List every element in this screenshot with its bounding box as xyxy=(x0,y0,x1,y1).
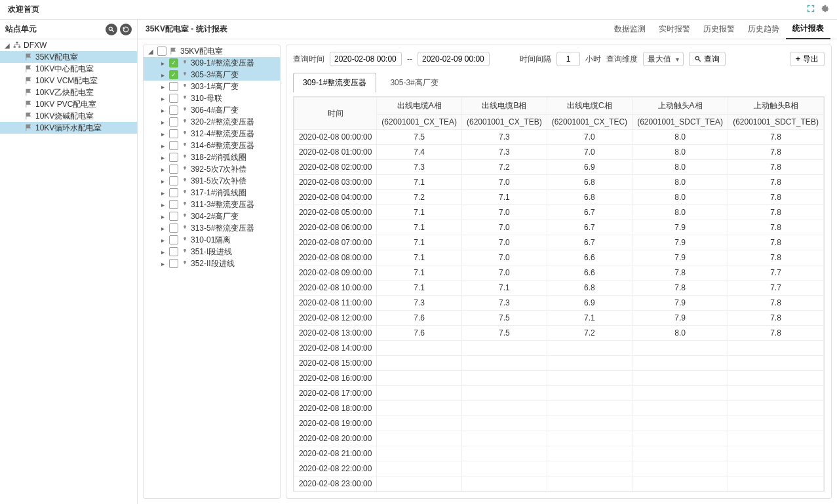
nav-tab[interactable]: 统计报表 xyxy=(786,20,830,39)
device-tree: ◢ 35KV配电室 ▸309-1#整流变压器▸305-3#高厂变▸303-1#高… xyxy=(143,45,281,499)
collapse-icon[interactable]: ◢ xyxy=(146,48,155,55)
checkbox[interactable] xyxy=(169,188,178,197)
expand-icon[interactable]: ▸ xyxy=(158,213,167,220)
expand-icon[interactable]: ▸ xyxy=(158,95,167,102)
nav-tab[interactable]: 实时报警 xyxy=(652,20,697,39)
sidebar-item[interactable]: 10KV VCM配电室 xyxy=(0,75,137,87)
sidebar-item[interactable]: 10KV烧碱配电室 xyxy=(0,110,137,122)
device-item[interactable]: ▸314-6#整流变压器 xyxy=(144,140,280,151)
device-item[interactable]: ▸311-3#整流变压器 xyxy=(144,199,280,210)
checkbox[interactable] xyxy=(169,247,178,256)
checkbox[interactable] xyxy=(169,141,178,150)
cell-value: 7.0 xyxy=(547,130,632,145)
start-time-input[interactable] xyxy=(330,52,402,66)
device-item[interactable]: ▸310-01隔离 xyxy=(144,234,280,246)
flag-icon xyxy=(24,112,34,120)
device-tree-root[interactable]: ◢ 35KV配电室 xyxy=(144,45,280,57)
device-item[interactable]: ▸351-I段进线 xyxy=(144,246,280,258)
sidebar-item[interactable]: 10KV循环水配电室 xyxy=(0,122,137,134)
flag-icon xyxy=(24,65,34,73)
checkbox[interactable] xyxy=(169,176,178,185)
cell-value xyxy=(462,386,547,401)
nav-tab[interactable]: 历史报警 xyxy=(697,20,741,39)
fullscreen-icon[interactable] xyxy=(807,5,815,14)
expand-icon[interactable]: ▸ xyxy=(158,260,167,267)
export-button[interactable]: + 导出 xyxy=(790,52,825,66)
sidebar-item-label: 35KV配电室 xyxy=(35,52,78,63)
sidebar-item[interactable]: 10KV中心配电室 xyxy=(0,63,137,75)
expand-icon[interactable]: ▸ xyxy=(158,83,167,90)
query-button[interactable]: 查询 xyxy=(689,52,726,66)
flag-icon xyxy=(24,53,34,61)
sub-tab[interactable]: 309-1#整流变压器 xyxy=(293,73,376,92)
cell-value xyxy=(728,431,824,446)
cell-value: 7.3 xyxy=(377,296,462,311)
device-item[interactable]: ▸317-1#消弧线圈 xyxy=(144,187,280,199)
table-row: 2020-02-08 21:00:00 xyxy=(294,446,824,461)
expand-icon[interactable]: ▸ xyxy=(158,166,167,173)
checkbox[interactable] xyxy=(169,200,178,209)
cell-time: 2020-02-08 05:00:00 xyxy=(294,205,377,220)
device-item[interactable]: ▸306-4#高厂变 xyxy=(144,104,280,116)
expand-icon[interactable]: ▸ xyxy=(158,248,167,256)
device-item[interactable]: ▸309-1#整流变压器 xyxy=(144,57,280,69)
search-icon[interactable] xyxy=(106,24,117,35)
device-item[interactable]: ▸312-4#整流变压器 xyxy=(144,128,280,140)
gear-icon[interactable] xyxy=(821,5,829,14)
nav-tab[interactable]: 数据监测 xyxy=(608,20,652,39)
tree-root[interactable]: ◢ DFXW xyxy=(0,39,137,51)
sidebar-item[interactable]: 10KV乙炔配电室 xyxy=(0,87,137,98)
expand-icon[interactable]: ▸ xyxy=(158,178,167,185)
checkbox[interactable] xyxy=(169,259,178,268)
flag-icon xyxy=(24,124,34,132)
expand-icon[interactable]: ▸ xyxy=(158,225,167,232)
expand-icon[interactable]: ▸ xyxy=(158,201,167,208)
checkbox[interactable] xyxy=(169,153,178,162)
sidebar-item[interactable]: 10KV PVC配电室 xyxy=(0,98,137,110)
checkbox[interactable] xyxy=(169,117,178,126)
checkbox[interactable] xyxy=(169,58,178,68)
device-item[interactable]: ▸313-5#整流变压器 xyxy=(144,222,280,234)
checkbox[interactable] xyxy=(169,165,178,174)
nav-tab[interactable]: 历史趋势 xyxy=(741,20,786,39)
device-item[interactable]: ▸304-2#高厂变 xyxy=(144,210,280,222)
expand-icon[interactable]: ▸ xyxy=(158,154,167,161)
checkbox[interactable] xyxy=(169,223,178,233)
cell-value xyxy=(728,356,824,371)
expand-icon[interactable]: ▸ xyxy=(158,119,167,126)
checkbox[interactable] xyxy=(169,235,178,244)
expand-icon[interactable]: ▸ xyxy=(158,237,167,244)
collapse-icon[interactable]: ◢ xyxy=(3,42,12,49)
device-item[interactable]: ▸392-5次7次补偿 xyxy=(144,163,280,175)
device-item[interactable]: ▸320-2#整流变压器 xyxy=(144,116,280,128)
sidebar-item[interactable]: 35KV配电室 xyxy=(0,51,137,63)
device-item[interactable]: ▸391-5次7次补偿 xyxy=(144,175,280,187)
checkbox[interactable] xyxy=(169,70,178,79)
sub-tab[interactable]: 305-3#高厂变 xyxy=(380,73,448,92)
table-row: 2020-02-08 19:00:00 xyxy=(294,416,824,431)
device-item[interactable]: ▸318-2#消弧线圈 xyxy=(144,151,280,163)
checkbox[interactable] xyxy=(169,94,178,103)
device-item[interactable]: ▸305-3#高厂变 xyxy=(144,69,280,81)
end-time-input[interactable] xyxy=(418,52,490,66)
cell-value: 7.8 xyxy=(728,250,824,265)
device-item[interactable]: ▸352-II段进线 xyxy=(144,258,280,269)
cell-value xyxy=(633,401,728,416)
checkbox[interactable] xyxy=(169,129,178,138)
interval-input[interactable] xyxy=(556,52,580,66)
checkbox[interactable] xyxy=(169,82,178,91)
expand-icon[interactable]: ▸ xyxy=(158,60,167,67)
expand-icon[interactable]: ▸ xyxy=(158,142,167,149)
checkbox[interactable] xyxy=(169,106,178,115)
expand-icon[interactable]: ▸ xyxy=(158,130,167,138)
refresh-icon[interactable] xyxy=(120,24,132,35)
device-item[interactable]: ▸310-母联 xyxy=(144,92,280,104)
dim-select[interactable]: 最大值 xyxy=(643,52,684,66)
expand-icon[interactable]: ▸ xyxy=(158,71,167,79)
checkbox[interactable] xyxy=(157,47,166,56)
device-item[interactable]: ▸303-1#高厂变 xyxy=(144,81,280,92)
checkbox[interactable] xyxy=(169,212,178,221)
data-table-wrap[interactable]: 时间出线电缆A相出线电缆B相出线电缆C相上动触头A相上动触头B相(6200100… xyxy=(293,96,825,492)
expand-icon[interactable]: ▸ xyxy=(158,107,167,114)
expand-icon[interactable]: ▸ xyxy=(158,189,167,197)
